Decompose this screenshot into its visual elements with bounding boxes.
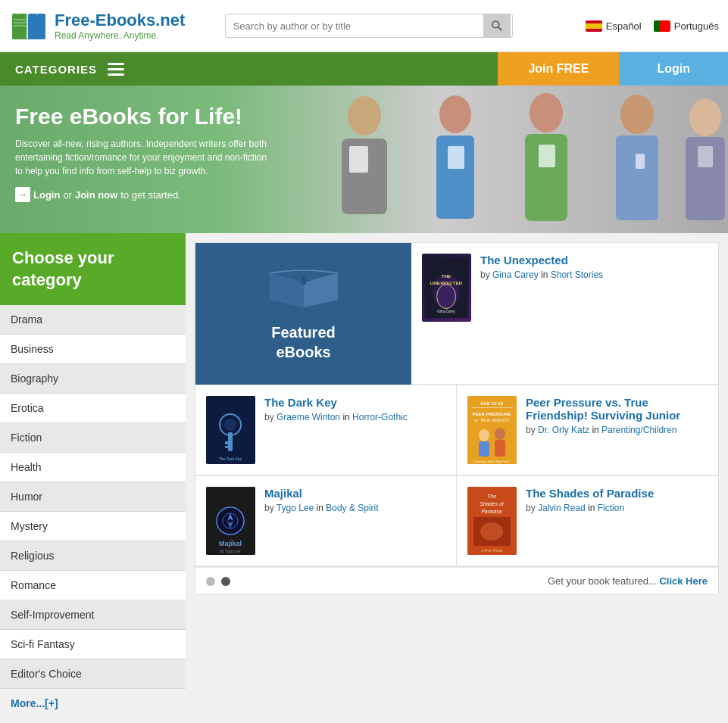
svg-line-9 <box>498 27 501 30</box>
book-author-darkkey: by Graeme Winton in Horror-Gothic <box>264 412 445 422</box>
book-title-shades[interactable]: The Shades of Paradise <box>526 487 708 500</box>
search-button[interactable] <box>483 14 511 37</box>
svg-text:Shades of: Shades of <box>480 501 505 506</box>
more-categories-link[interactable]: More...[+] <box>0 689 186 718</box>
join-button[interactable]: Join FREE <box>498 52 619 86</box>
sidebar-item-erotica[interactable]: Erotica <box>0 394 186 423</box>
genre-link-peer[interactable]: Parenting/Children <box>601 425 676 435</box>
sidebar-item-mystery[interactable]: Mystery <box>0 512 186 541</box>
featured-row: FeaturedeBooks THE UNEXPECTED Gina Carey <box>195 243 718 385</box>
book-cover-peer[interactable]: AGE 12-16 PEER PRESSURE vs. TRUE FRIENDS… <box>467 396 517 464</box>
hero-cta-text: to get started. <box>120 189 181 201</box>
lang-pt[interactable]: Português <box>654 20 719 32</box>
search-area <box>194 14 543 38</box>
svg-rect-18 <box>539 145 555 167</box>
svg-point-22 <box>689 98 721 136</box>
sidebar-item-health[interactable]: Health <box>0 453 186 482</box>
sidebar-item-drama[interactable]: Drama <box>0 305 186 335</box>
hero-join-link[interactable]: Join now <box>75 189 117 201</box>
sidebar-item-fiction[interactable]: Fiction <box>0 423 186 453</box>
author-link-unexpected[interactable]: Gina Carey <box>492 270 539 280</box>
lang-area: Español Português <box>552 20 719 32</box>
genre-link-unexpected[interactable]: Short Stories <box>551 270 603 280</box>
get-featured-label: Get your book featured... <box>548 575 657 587</box>
svg-rect-1 <box>12 14 28 39</box>
svg-point-29 <box>437 285 456 309</box>
svg-point-8 <box>492 21 499 28</box>
nav-bar: CATEGORIES Join FREE Login <box>0 52 728 86</box>
hero-or: or <box>63 189 72 201</box>
book-author-majikal: by Tygo Lee in Body & Spirit <box>264 503 445 513</box>
sidebar-item-scifi[interactable]: Sci-fi Fantasy <box>0 630 186 659</box>
main-content: Choose your category Drama Business Biog… <box>0 233 728 718</box>
hero-login-link[interactable]: Login <box>33 189 60 201</box>
svg-rect-46 <box>495 440 505 457</box>
login-button[interactable]: Login <box>619 52 728 86</box>
genre-link-majikal[interactable]: Body & Spirit <box>326 503 378 513</box>
hero-title: Free eBooks for Life! <box>15 104 273 129</box>
author-link-shades[interactable]: Jalvin Read <box>538 503 586 513</box>
svg-rect-45 <box>479 441 489 457</box>
book-title-peer[interactable]: Peer Pressure vs. True Friendship! Survi… <box>526 396 708 422</box>
search-form <box>225 14 513 38</box>
sidebar-item-self-improvement[interactable]: Self-Improvement <box>0 600 186 630</box>
cover-svg-unexpected: THE UNEXPECTED Gina Carey <box>422 257 471 318</box>
book-cover-majikal[interactable]: Majikal by Tygo Lee <box>206 487 255 555</box>
sidebar-item-editors-choice[interactable]: Editor's Choice <box>0 659 186 689</box>
svg-text:Surviving Junior High Vol.1: Surviving Junior High Vol.1 <box>473 460 511 463</box>
svg-text:Majikal: Majikal <box>219 540 242 547</box>
svg-rect-38 <box>467 396 517 464</box>
book-cover-shades[interactable]: The Shades of Paradise J Alvin Read <box>467 487 517 555</box>
logo-title[interactable]: Free-Ebooks.net <box>55 11 185 30</box>
svg-text:Gina Carey: Gina Carey <box>437 310 455 313</box>
cover-svg-shades: The Shades of Paradise J Alvin Read <box>467 487 517 555</box>
pagination-bar: Get your book featured... Click Here <box>195 567 718 594</box>
svg-point-13 <box>439 95 471 133</box>
book-info-unexpected: The Unexpected by Gina Carey in Short St… <box>480 254 708 280</box>
book-author-peer: by Dr. Orly Katz in Parenting/Children <box>526 425 708 435</box>
svg-rect-20 <box>616 136 658 220</box>
lang-es-label: Español <box>606 20 642 32</box>
click-here-link[interactable]: Click Here <box>659 575 708 587</box>
book-cover-unexpected[interactable]: THE UNEXPECTED Gina Carey <box>422 254 471 322</box>
sidebar-item-biography[interactable]: Biography <box>0 364 186 394</box>
sidebar-item-romance[interactable]: Romance <box>0 571 186 600</box>
book-title-unexpected[interactable]: The Unexpected <box>480 254 708 266</box>
pagination-dot-1[interactable] <box>206 577 215 586</box>
books-panel: FeaturedeBooks THE UNEXPECTED Gina Carey <box>195 242 719 595</box>
lang-pt-label: Português <box>674 20 719 32</box>
categories-button[interactable]: CATEGORIES <box>0 52 197 86</box>
books-row-3: Majikal by Tygo Lee Majikal by Tygo Lee … <box>195 476 718 567</box>
book-title-darkkey[interactable]: The Dark Key <box>264 396 445 409</box>
book-info-darkkey: The Dark Key by Graeme Winton in Horror-… <box>264 396 445 422</box>
book-cover-darkkey[interactable]: The Dark Key <box>206 396 255 464</box>
book-entry-peer: AGE 12-16 PEER PRESSURE vs. TRUE FRIENDS… <box>457 385 718 475</box>
lang-es[interactable]: Español <box>586 20 642 32</box>
svg-point-19 <box>620 95 654 134</box>
book-entry-shades: The Shades of Paradise J Alvin Read The … <box>457 476 718 566</box>
svg-rect-2 <box>28 14 45 39</box>
featured-cell: FeaturedeBooks <box>195 243 411 385</box>
svg-rect-12 <box>349 146 368 173</box>
svg-rect-36 <box>225 446 228 448</box>
pagination-dot-2[interactable] <box>221 577 230 586</box>
sidebar-item-humor[interactable]: Humor <box>0 482 186 512</box>
search-input[interactable] <box>226 15 483 37</box>
author-link-majikal[interactable]: Tygo Lee <box>277 503 314 513</box>
sidebar-item-religious[interactable]: Religious <box>0 541 186 571</box>
book-info-peer: Peer Pressure vs. True Friendship! Survi… <box>526 396 708 435</box>
sidebar-item-business[interactable]: Business <box>0 335 186 364</box>
author-link-peer[interactable]: Dr. Orly Katz <box>538 425 589 435</box>
genre-link-darkkey[interactable]: Horror-Gothic <box>352 412 408 422</box>
flag-es-icon <box>586 20 602 32</box>
logo-area: Free-Ebooks.net Read Anywhere. Anytime. <box>9 6 185 45</box>
hero-description: Discover all-new, rising authors. Indepe… <box>15 137 273 178</box>
svg-text:THE: THE <box>442 273 451 279</box>
featured-prompt-text: Get your book featured... Click Here <box>548 575 708 587</box>
content-area: FeaturedeBooks THE UNEXPECTED Gina Carey <box>186 233 728 718</box>
open-book-icon <box>266 266 342 315</box>
book-entry-darkkey: The Dark Key The Dark Key by Graeme Wint… <box>195 385 457 475</box>
author-link-darkkey[interactable]: Graeme Winton <box>277 412 340 422</box>
book-title-majikal[interactable]: Majikal <box>264 487 445 500</box>
genre-link-shades[interactable]: Fiction <box>598 503 624 513</box>
